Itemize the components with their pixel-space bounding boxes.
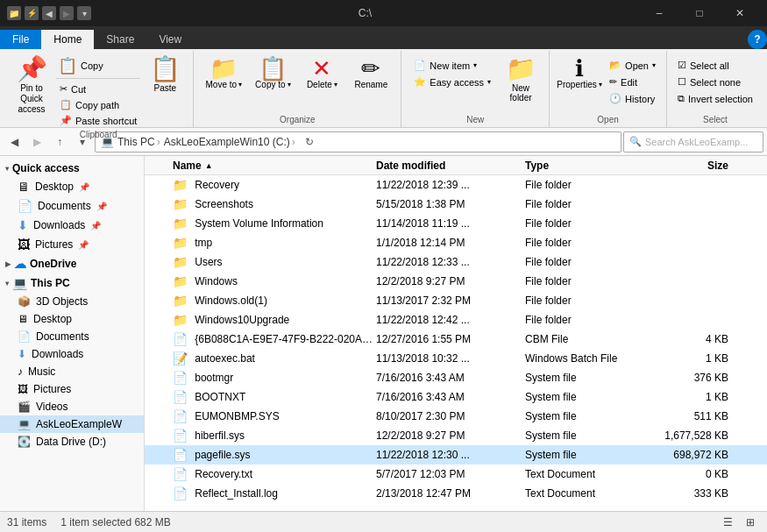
search-bar[interactable]: 🔍 Search AskLeoExamp... [623,131,763,153]
sidebar-item-3d-objects[interactable]: 📦 3D Objects [0,293,144,310]
sidebar-item-documents-pc[interactable]: 📄 Documents [0,328,144,345]
edit-button[interactable]: ✏ Edit [606,74,659,89]
tab-view[interactable]: View [146,30,194,49]
easy-access-button[interactable]: ⭐ Easy access ▾ [408,74,496,89]
history-button[interactable]: 🕐 History [606,91,659,106]
dropdown-title[interactable]: ▾ [77,6,91,20]
table-row[interactable]: 📁 System Volume Information 11/14/2018 1… [145,214,767,233]
tab-file[interactable]: File [0,30,41,49]
forward-icon-title[interactable]: ▶ [60,6,74,20]
sidebar-item-desktop-qa[interactable]: 🖥 Desktop 📌 [0,177,144,196]
file-icon: 📁 [173,274,188,288]
sidebar-item-documents-qa[interactable]: 📄 Documents 📌 [0,196,144,216]
table-row[interactable]: 📁 Windows10Upgrade 11/22/2018 12:42 ... … [145,310,767,330]
pin-to-quick-access-button[interactable]: 📌 Pin to Quick access [11,54,53,117]
table-row[interactable]: 📁 Windows 12/2/2018 9:27 PM File folder [145,272,767,291]
tab-home[interactable]: Home [41,30,94,49]
refresh-button[interactable]: ↻ [301,133,318,151]
open-button[interactable]: 📂 Open ▾ [606,58,659,73]
copy-to-label-row: Copy to ▾ [255,80,290,89]
table-row[interactable]: 📄 hiberfil.sys 12/2/2018 9:27 PM System … [145,426,767,445]
move-to-button[interactable]: 📁 Move to ▾ [201,54,246,92]
ribbon-new-group: 📄 New item ▾ ⭐ Easy access ▾ 📁 New folde… [401,51,550,127]
table-row[interactable]: 📄 bootmgr 7/16/2016 3:43 AM System file … [145,368,767,387]
paste-button[interactable]: 📋 Paste [144,54,186,110]
organize-content: 📁 Move to ▾ 📋 Copy to ▾ ✕ Delete ▾ [201,51,394,113]
file-date: 12/27/2016 1:55 PM [376,333,525,345]
rename-icon: ✏ [361,57,380,80]
paste-shortcut-button[interactable]: 📌 Paste shortcut [56,113,140,128]
sidebar-item-desktop-pc[interactable]: 🖥 Desktop [0,310,144,328]
table-row[interactable]: 📁 Recovery 11/22/2018 12:39 ... File fol… [145,175,767,195]
paste-shortcut-icon: 📌 [60,115,72,126]
table-row[interactable]: 📄 pagefile.sys 11/22/2018 12:30 ... Syst… [145,445,767,465]
sidebar-item-askleo[interactable]: 💻 AskLeoExampleW [0,415,144,433]
new-item-icon: 📄 [414,60,426,71]
file-icon: 📄 [173,429,188,443]
copy-to-button[interactable]: 📋 Copy to ▾ [250,54,295,92]
close-button[interactable]: ✕ [720,0,760,26]
table-row[interactable]: 📝 autoexec.bat 11/13/2018 10:32 ... Wind… [145,349,767,368]
new-folder-button[interactable]: 📁 New folder [500,54,542,110]
select-all-icon: ☑ [678,60,686,71]
delete-button[interactable]: ✕ Delete ▾ [299,54,344,92]
sidebar-item-pictures-qa[interactable]: 🖼 Pictures 📌 [0,235,144,254]
file-size: 1 KB [648,352,735,365]
minimize-button[interactable]: – [639,0,679,26]
this-pc-header[interactable]: ▾ 💻 This PC [0,273,144,293]
rename-button[interactable]: ✏ Rename [348,54,394,92]
file-date: 7/16/2016 3:43 AM [376,391,525,403]
table-row[interactable]: 📁 Windows.old(1) 11/13/2017 2:32 PM File… [145,291,767,310]
file-date: 1/1/2018 12:14 PM [376,237,525,249]
properties-button[interactable]: ℹ Properties ▾ [557,54,602,92]
sidebar-item-pictures-pc[interactable]: 🖼 Pictures [0,380,144,398]
pictures-icon: 🖼 [18,238,30,252]
header-date[interactable]: Date modified [376,160,525,172]
tab-share[interactable]: Share [94,30,146,49]
view-details-button[interactable]: ☰ [718,514,737,531]
maximize-button[interactable]: □ [679,0,720,26]
easy-access-icon: ⭐ [414,76,426,88]
new-item-button[interactable]: 📄 New item ▾ [408,58,496,73]
file-type: Text Document [525,468,648,480]
help-button[interactable]: ? [748,30,767,49]
table-row[interactable]: 📄 Reflect_Install.log 2/13/2018 12:47 PM… [145,484,767,503]
copy-path-button[interactable]: 📋 Copy path [56,97,140,112]
sidebar-item-videos[interactable]: 🎬 Videos [0,398,144,415]
sidebar-item-downloads-qa[interactable]: ⬇ Downloads 📌 [0,216,144,235]
view-large-icons-button[interactable]: ⊞ [741,514,760,531]
select-none-button[interactable]: ☐ Select none [674,74,756,89]
invert-selection-button[interactable]: ⧉ Invert selection [674,91,756,106]
table-row[interactable]: 📄 Recovery.txt 5/7/2017 12:03 PM Text Do… [145,465,767,484]
header-type[interactable]: Type [525,160,648,172]
file-type: System file [525,391,648,403]
documents-icon: 📄 [18,199,32,213]
copy-button[interactable]: 📋 Copy [56,54,91,77]
3d-objects-icon: 📦 [18,295,31,308]
sidebar-item-downloads-pc[interactable]: ⬇ Downloads [0,345,144,363]
quick-access-header[interactable]: ▾ Quick access [0,160,144,177]
select-all-button[interactable]: ☑ Select all [674,58,756,73]
table-row[interactable]: 📁 tmp 1/1/2018 12:14 PM File folder [145,233,767,252]
file-name: EUMONBMP.SYS [195,410,376,422]
file-name: Recovery [195,179,376,191]
cut-button[interactable]: ✂ Cut [56,82,140,96]
table-row[interactable]: 📁 Screenshots 5/15/2018 1:38 PM File fol… [145,195,767,214]
table-row[interactable]: 📄 EUMONBMP.SYS 8/10/2017 2:30 PM System … [145,407,767,426]
sidebar-item-data-drive[interactable]: 💽 Data Drive (D:) [0,433,144,450]
table-row[interactable]: 📄 BOOTNXT 7/16/2016 3:43 AM System file … [145,387,767,407]
table-row[interactable]: 📁 Users 11/22/2018 12:33 ... File folder [145,252,767,272]
onedrive-header[interactable]: ▶ ☁ OneDrive [0,254,144,273]
pin-indicator: 📌 [79,182,89,192]
sidebar-item-music[interactable]: ♪ Music [0,363,144,380]
file-icon: 📄 [173,448,188,462]
header-size[interactable]: Size [648,160,735,172]
onedrive-icon: ☁ [14,257,26,271]
file-date: 8/10/2017 2:30 PM [376,410,525,422]
back-icon-title[interactable]: ◀ [42,6,56,20]
sidebar: ▾ Quick access 🖥 Desktop 📌 📄 Documents 📌… [0,156,145,511]
header-name[interactable]: Name ▲ [148,160,376,172]
table-row[interactable]: 📄 {6B088C1A-E9E7-47F9-B222-020AC7154B...… [145,330,767,349]
documents-pc-icon: 📄 [18,330,31,343]
delete-arrow: ▾ [334,81,337,89]
